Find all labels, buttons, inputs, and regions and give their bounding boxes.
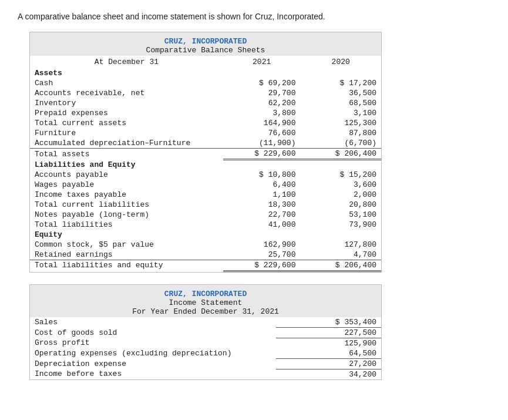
bs-row-label: Total current liabilities xyxy=(30,200,223,210)
bs-row-col2: $ 17,200 xyxy=(300,78,381,88)
bs-row-col2: 36,500 xyxy=(300,88,381,98)
is-row: Income before taxes34,200 xyxy=(30,369,381,379)
is-company-name: CRUZ, INCORPORATED xyxy=(30,290,381,298)
balance-sheet-wrapper: CRUZ, INCORPORATED Comparative Balance S… xyxy=(29,32,382,273)
bs-section-label: Assets xyxy=(30,68,223,78)
is-row: Gross profit125,900 xyxy=(30,338,381,348)
bs-row-col1: 62,200 xyxy=(223,98,301,108)
bs-row-col2: 125,300 xyxy=(300,118,381,128)
bs-row-label: Cash xyxy=(30,78,223,88)
bs-row: Total liabilities41,00073,900 xyxy=(30,220,381,230)
bs-date-label: At December 31 xyxy=(30,56,223,68)
is-row-value: 34,200 xyxy=(276,369,381,379)
bs-row-label: Inventory xyxy=(30,98,223,108)
is-row-value: 125,900 xyxy=(276,338,381,348)
is-title: Income Statement xyxy=(30,298,381,307)
bs-row: Cash$ 69,200$ 17,200 xyxy=(30,78,381,88)
bs-row: Accumulated depreciation–Furniture(11,90… xyxy=(30,138,381,149)
bs-row-label: Accounts receivable, net xyxy=(30,88,223,98)
bs-section-label: Liabilities and Equity xyxy=(30,160,223,170)
bs-column-header-row: At December 31 2021 2020 xyxy=(30,56,381,68)
is-row: Depreciation expense27,200 xyxy=(30,358,381,369)
is-row-label: Operating expenses (excluding depreciati… xyxy=(30,348,276,359)
bs-row-col1: 6,400 xyxy=(223,180,301,190)
bs-section-label: Equity xyxy=(30,230,223,240)
bs-row: Common stock, $5 par value162,900127,800 xyxy=(30,240,381,250)
bs-row: Accounts receivable, net29,70036,500 xyxy=(30,88,381,98)
bs-row-label: Retained earnings xyxy=(30,250,223,260)
bs-row-col2: 53,100 xyxy=(300,210,381,220)
bs-row: Furniture76,60087,800 xyxy=(30,128,381,138)
bs-row: Wages payable6,4003,600 xyxy=(30,180,381,190)
bs-row-label: Prepaid expenses xyxy=(30,108,223,118)
bs-row: Total current liabilities18,30020,800 xyxy=(30,200,381,210)
bs-row-col1: 41,000 xyxy=(223,220,301,230)
is-row: Cost of goods sold227,500 xyxy=(30,327,381,338)
is-row-label: Sales xyxy=(30,317,276,328)
is-row-label: Depreciation expense xyxy=(30,358,276,369)
bs-row: Notes payable (long-term)22,70053,100 xyxy=(30,210,381,220)
bs-row-col1: 164,900 xyxy=(223,118,301,128)
bs-row: Equity xyxy=(30,230,381,240)
income-statement-header: CRUZ, INCORPORATED Income Statement For … xyxy=(30,285,381,317)
bs-row-col2: 87,800 xyxy=(300,128,381,138)
is-row-label: Gross profit xyxy=(30,338,276,348)
bs-total-label: Total liabilities and equity xyxy=(30,260,223,271)
bs-row-col1: 162,900 xyxy=(223,240,301,250)
bs-row: Total current assets164,900125,300 xyxy=(30,118,381,128)
bs-row-col2: 4,700 xyxy=(300,250,381,260)
bs-total-col1: $ 229,600 xyxy=(223,149,301,160)
bs-row-label: Common stock, $5 par value xyxy=(30,240,223,250)
bs-total-col1: $ 229,600 xyxy=(223,260,301,271)
bs-row-col1: (11,900) xyxy=(223,138,301,149)
bs-total-label: Total assets xyxy=(30,149,223,160)
bs-row: Total liabilities and equity$ 229,600$ 2… xyxy=(30,260,381,271)
income-statement-table: Sales$ 353,400Cost of goods sold227,500G… xyxy=(30,317,381,379)
bs-row-label: Accounts payable xyxy=(30,170,223,180)
bs-row-col2: $ 15,200 xyxy=(300,170,381,180)
bs-row: Income taxes payable1,1002,000 xyxy=(30,190,381,200)
balance-sheet-header: CRUZ, INCORPORATED Comparative Balance S… xyxy=(30,32,381,56)
intro-text: A comparative balance sheet and income s… xyxy=(18,12,490,21)
is-row-value: $ 353,400 xyxy=(276,317,381,328)
bs-row-label: Wages payable xyxy=(30,180,223,190)
bs-title: Comparative Balance Sheets xyxy=(30,46,381,55)
bs-row-col2: 3,100 xyxy=(300,108,381,118)
bs-total-col2: $ 206,400 xyxy=(300,149,381,160)
bs-row-col1: 76,600 xyxy=(223,128,301,138)
bs-row-col2: 127,800 xyxy=(300,240,381,250)
is-row-value: 27,200 xyxy=(276,358,381,369)
bs-row-label: Accumulated depreciation–Furniture xyxy=(30,138,223,149)
is-row-label: Income before taxes xyxy=(30,369,276,379)
bs-row-label: Total liabilities xyxy=(30,220,223,230)
bs-row-col2: (6,700) xyxy=(300,138,381,149)
bs-row-label: Notes payable (long-term) xyxy=(30,210,223,220)
bs-row-col1: 3,800 xyxy=(223,108,301,118)
bs-row-col1: 18,300 xyxy=(223,200,301,210)
bs-total-col2: $ 206,400 xyxy=(300,260,381,271)
is-period: For Year Ended December 31, 2021 xyxy=(30,307,381,316)
bs-row-col1: 29,700 xyxy=(223,88,301,98)
bs-row-label: Total current assets xyxy=(30,118,223,128)
is-row-label: Cost of goods sold xyxy=(30,327,276,338)
bs-row-col2: 3,600 xyxy=(300,180,381,190)
bs-col1-header: 2021 xyxy=(223,56,301,68)
bs-row-col2: 2,000 xyxy=(300,190,381,200)
is-row: Operating expenses (excluding depreciati… xyxy=(30,348,381,359)
bs-row: Liabilities and Equity xyxy=(30,160,381,170)
bs-row: Prepaid expenses3,8003,100 xyxy=(30,108,381,118)
bs-row: Total assets$ 229,600$ 206,400 xyxy=(30,149,381,160)
bs-row: Assets xyxy=(30,68,381,78)
bs-row-col1: $ 69,200 xyxy=(223,78,301,88)
bs-row-col1: 25,700 xyxy=(223,250,301,260)
bs-row: Inventory62,20068,500 xyxy=(30,98,381,108)
bs-row-col2: 20,800 xyxy=(300,200,381,210)
bs-row-label: Income taxes payable xyxy=(30,190,223,200)
bs-col2-header: 2020 xyxy=(300,56,381,68)
bs-company-name: CRUZ, INCORPORATED xyxy=(30,37,381,46)
balance-sheet-table: At December 31 2021 2020 AssetsCash$ 69,… xyxy=(30,56,381,272)
is-row-value: 64,500 xyxy=(276,348,381,359)
bs-row: Retained earnings25,7004,700 xyxy=(30,250,381,260)
bs-row-col1: $ 10,800 xyxy=(223,170,301,180)
bs-row: Accounts payable$ 10,800$ 15,200 xyxy=(30,170,381,180)
